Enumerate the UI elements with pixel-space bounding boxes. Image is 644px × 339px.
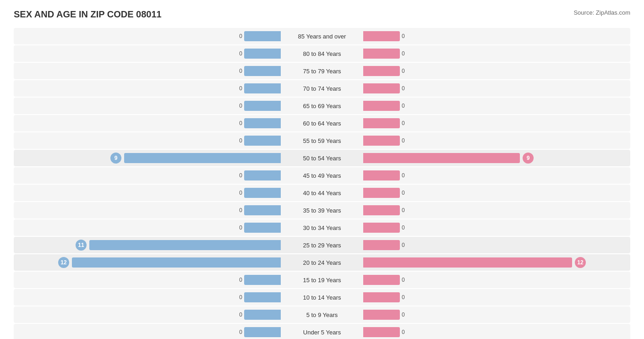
male-zero-value: 0 [239,277,242,283]
female-section: 0 [363,167,630,184]
bar-row: 035 to 39 Years0 [14,202,630,219]
male-section: 0 [14,289,281,306]
male-bar [244,327,281,337]
female-section: 0 [363,132,630,149]
female-section: 0 [363,289,630,306]
female-bar [363,223,400,233]
male-zero-value: 0 [239,137,242,144]
male-zero-value: 0 [239,120,242,126]
age-label: 85 Years and over [281,33,363,40]
male-bar [244,83,281,93]
male-section: 0 [14,167,281,184]
female-zero-value: 0 [402,85,405,92]
female-zero-value: 0 [402,50,405,57]
male-section: 0 [14,185,281,201]
female-zero-value: 0 [402,33,405,39]
female-zero-value: 0 [402,120,405,126]
bar-row: 0Under 5 Years0 [14,324,630,339]
bar-row: 030 to 34 Years0 [14,219,630,236]
female-zero-value: 0 [402,294,405,301]
male-bar [244,188,281,198]
male-section: 0 [14,28,281,44]
male-bar [244,101,281,111]
female-zero-value: 0 [402,190,405,196]
female-bar [363,101,400,111]
female-bar [363,66,400,76]
male-zero-value: 0 [239,85,242,92]
female-section: 0 [363,185,630,201]
bar-row: 055 to 59 Years0 [14,132,630,149]
female-section: 0 [363,237,630,253]
male-bar [244,205,281,215]
age-label: 15 to 19 Years [281,277,363,284]
bar-row: 040 to 44 Years0 [14,185,630,201]
male-bar [244,31,281,41]
age-label: 65 to 69 Years [281,103,363,109]
female-bar [363,240,400,250]
female-bar [363,170,400,180]
female-value: 9 [523,153,534,164]
female-zero-value: 0 [402,242,405,248]
female-zero-value: 0 [402,312,405,318]
bar-row: 070 to 74 Years0 [14,80,630,97]
female-section: 12 [363,254,630,271]
male-section: 0 [14,45,281,62]
male-zero-value: 0 [239,68,242,74]
female-zero-value: 0 [402,224,405,231]
male-section: 9 [14,150,281,166]
female-bar [363,310,400,320]
female-section: 0 [363,202,630,219]
female-zero-value: 0 [402,68,405,74]
bar-row: 060 to 64 Years0 [14,115,630,131]
age-label: 10 to 14 Years [281,294,363,301]
male-section: 0 [14,306,281,323]
female-zero-value: 0 [402,329,405,335]
source-label: Source: ZipAtlas.com [573,9,630,16]
male-bar [89,240,281,250]
female-bar [363,118,400,128]
bar-row: 05 to 9 Years0 [14,306,630,323]
male-section: 11 [14,237,281,253]
age-label: 70 to 74 Years [281,85,363,92]
female-bar [363,257,572,268]
male-section: 0 [14,324,281,339]
male-bar [244,49,281,59]
age-label: 45 to 49 Years [281,172,363,179]
female-bar [363,188,400,198]
bar-row: 1125 to 29 Years0 [14,237,630,253]
female-section: 0 [363,115,630,131]
male-section: 0 [14,219,281,236]
age-label: 30 to 34 Years [281,224,363,231]
female-section: 0 [363,80,630,97]
bar-row: 015 to 19 Years0 [14,272,630,288]
female-zero-value: 0 [402,172,405,179]
male-section: 0 [14,272,281,288]
male-bar [244,136,281,146]
male-bar [244,170,281,180]
male-bar [244,118,281,128]
female-bar [363,292,400,302]
female-section: 0 [363,219,630,236]
age-label: 55 to 59 Years [281,137,363,144]
female-zero-value: 0 [402,207,405,213]
female-section: 0 [363,28,630,44]
bar-row: 1220 to 24 Years12 [14,254,630,271]
female-section: 0 [363,272,630,288]
male-section: 0 [14,132,281,149]
bar-row: 045 to 49 Years0 [14,167,630,184]
female-section: 0 [363,98,630,114]
bar-row: 065 to 69 Years0 [14,98,630,114]
male-zero-value: 0 [239,50,242,57]
age-label: 80 to 84 Years [281,50,363,57]
male-zero-value: 0 [239,294,242,301]
male-zero-value: 0 [239,33,242,39]
male-section: 0 [14,115,281,131]
female-bar [363,275,400,285]
male-bar [72,257,281,268]
female-section: 0 [363,45,630,62]
female-section: 9 [363,150,630,166]
male-bar [244,66,281,76]
male-section: 0 [14,202,281,219]
female-zero-value: 0 [402,103,405,109]
bar-row: 080 to 84 Years0 [14,45,630,62]
